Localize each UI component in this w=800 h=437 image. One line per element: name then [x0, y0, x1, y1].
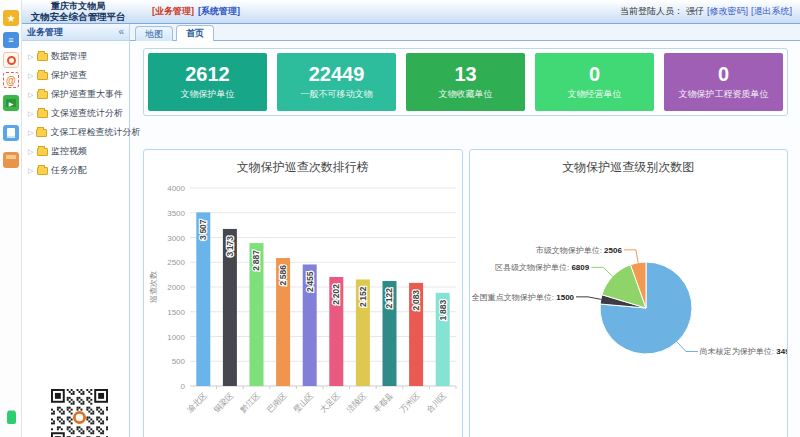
user-info: 当前登陆人员： 强仔 [修改密码] [退出系统] [620, 5, 792, 18]
stat-value: 13 [454, 63, 476, 86]
pie-chart-title: 文物保护巡查级别次数图 [470, 159, 788, 176]
expand-arrow-icon[interactable]: ▷ [28, 91, 34, 99]
sidebar-item-label: 文保巡查统计分析 [51, 107, 123, 120]
sidebar-item-patrol-statistics[interactable]: ▷文保巡查统计分析 [28, 104, 129, 123]
nav-business-management[interactable]: [业务管理] [152, 5, 194, 18]
svg-text:1 883: 1 883 [438, 300, 448, 321]
page-icon [7, 128, 15, 138]
svg-text:涪陵区: 涪陵区 [345, 391, 368, 414]
svg-text:1500: 1500 [167, 308, 185, 317]
expand-arrow-icon[interactable]: ▷ [28, 167, 34, 175]
expand-arrow-icon[interactable]: ▷ [28, 110, 34, 118]
sidebar-item-project-inspection-statistics[interactable]: ▷文保工程检查统计分析 [28, 123, 129, 142]
stat-card-protection-units[interactable]: 2612 文物保护单位 [148, 53, 267, 111]
svg-text:2 586: 2 586 [278, 265, 288, 286]
svg-text:巴南区: 巴南区 [265, 391, 288, 414]
user-name: 强仔 [686, 5, 704, 18]
stat-label: 一般不可移动文物 [301, 88, 373, 101]
weibo-icon[interactable] [3, 52, 19, 68]
svg-text:2 083: 2 083 [411, 290, 421, 311]
bar-chart-panel: 文物保护巡查次数排行榜 0500100015002000250030003500… [143, 149, 463, 437]
stat-value: 22449 [309, 63, 365, 86]
stat-value: 0 [718, 63, 729, 86]
svg-text:万州区: 万州区 [398, 391, 421, 414]
svg-text:2 122: 2 122 [385, 288, 395, 309]
svg-text:2 152: 2 152 [358, 286, 368, 307]
svg-text:2 455: 2 455 [305, 271, 315, 292]
svg-text:500: 500 [172, 357, 186, 366]
svg-text:3000: 3000 [167, 234, 185, 243]
bar-chart-title: 文物保护巡查次数排行榜 [144, 159, 462, 176]
svg-text:2000: 2000 [167, 283, 185, 292]
stat-card-immovable-relics[interactable]: 22449 一般不可移动文物 [277, 53, 396, 111]
sidebar-item-surveillance-video[interactable]: ▷监控视频 [28, 142, 129, 161]
charts-row: 文物保护巡查次数排行榜 0500100015002000250030003500… [143, 149, 788, 437]
svg-text:巡查次数: 巡查次数 [149, 271, 158, 303]
svg-text:3 173: 3 173 [225, 236, 235, 257]
stat-label: 文物经营单位 [568, 88, 622, 101]
svg-text:渝北区: 渝北区 [186, 391, 209, 414]
stat-card-business-units[interactable]: 0 文物经营单位 [535, 53, 654, 111]
play-icon: ▶ [6, 99, 16, 107]
news-icon[interactable]: ≡ [3, 32, 19, 48]
svg-text:3 507: 3 507 [199, 219, 209, 240]
svg-text:黔江区: 黔江区 [238, 391, 262, 415]
stat-label: 文物收藏单位 [439, 88, 493, 101]
collapse-sidebar-icon[interactable]: « [118, 27, 124, 37]
svg-text:市级文物保护单位: 2506: 市级文物保护单位: 2506 [535, 246, 622, 255]
svg-text:铜梁区: 铜梁区 [211, 390, 236, 415]
expand-arrow-icon[interactable]: ▷ [28, 129, 33, 137]
svg-text:1000: 1000 [167, 333, 185, 342]
tab-bar: 地图 首页 [130, 24, 800, 41]
document-icon[interactable] [3, 125, 19, 141]
folder-icon [37, 110, 48, 118]
tab-home[interactable]: 首页 [176, 25, 214, 41]
expand-arrow-icon[interactable]: ▷ [28, 53, 34, 61]
folder-icon [37, 53, 48, 61]
stat-value: 0 [589, 63, 600, 86]
sidebar-item-label: 监控视频 [51, 145, 87, 158]
box-icon[interactable] [3, 152, 19, 168]
top-nav: [业务管理] [系统管理] [152, 5, 240, 18]
expand-arrow-icon[interactable]: ▷ [28, 148, 34, 156]
pie-chart[interactable]: 尚未核定为保护单位: 34981全国重点文物保护单位: 1500区县级文物保护单… [470, 176, 789, 430]
sidebar-item-major-events[interactable]: ▷保护巡查重大事件 [28, 85, 129, 104]
stat-card-qualification-units[interactable]: 0 文物保护工程资质单位 [664, 53, 783, 111]
main-area: 地图 首页 2612 文物保护单位 22449 一般不可移动文物 13 文物收藏… [130, 24, 800, 437]
sidebar-item-protection-patrol[interactable]: ▷保护巡查 [28, 66, 129, 85]
stat-card-collection-units[interactable]: 13 文物收藏单位 [406, 53, 525, 111]
change-password-link[interactable]: [修改密码] [707, 5, 748, 18]
tab-map[interactable]: 地图 [135, 26, 173, 41]
sidebar-item-label: 任务分配 [51, 164, 87, 177]
platform-name: 文物安全综合管理平台 [22, 12, 134, 22]
pie-chart-panel: 文物保护巡查级别次数图 尚未核定为保护单位: 34981全国重点文物保护单位: … [469, 149, 789, 437]
svg-text:区县级文物保护单位: 6809: 区县级文物保护单位: 6809 [494, 263, 589, 272]
expand-arrow-icon[interactable]: ▷ [28, 72, 34, 80]
folder-icon [37, 167, 48, 175]
battery-icon[interactable] [3, 410, 19, 426]
sidebar: 业务管理 « ▷数据管理 ▷保护巡查 ▷保护巡查重大事件 ▷文保巡查统计分析 ▷… [22, 24, 130, 437]
stat-label: 文物保护工程资质单位 [679, 88, 769, 101]
stat-value: 2612 [185, 63, 230, 86]
bar-chart[interactable]: 05001000150020002500300035004000巡查次数3 50… [144, 176, 461, 430]
nav-system-management[interactable]: [系统管理] [198, 5, 240, 18]
svg-text:丰都县: 丰都县 [372, 391, 395, 414]
svg-text:大足区: 大足区 [319, 391, 342, 414]
svg-text:2500: 2500 [167, 258, 185, 267]
top-header: 重庆市文物局 文物安全综合管理平台 [业务管理] [系统管理] 当前登陆人员： … [22, 0, 800, 24]
sidebar-title: 业务管理 [27, 26, 118, 39]
at-mail-icon[interactable]: @ [3, 72, 19, 88]
logout-link[interactable]: [退出系统] [751, 5, 792, 18]
svg-text:3500: 3500 [167, 209, 185, 218]
svg-text:尚未核定为保护单位: 34981: 尚未核定为保护单位: 34981 [699, 347, 788, 356]
tv-play-icon[interactable]: ▶ [3, 95, 19, 111]
sidebar-item-data-management[interactable]: ▷数据管理 [28, 47, 129, 66]
stat-label: 文物保护单位 [181, 88, 235, 101]
stat-cards-panel: 2612 文物保护单位 22449 一般不可移动文物 13 文物收藏单位 0 文… [143, 48, 788, 116]
svg-text:2 202: 2 202 [332, 284, 342, 305]
sidebar-item-task-allocation[interactable]: ▷任务分配 [28, 161, 129, 180]
sidebar-item-label: 文保工程检查统计分析 [50, 126, 140, 139]
sidebar-item-label: 保护巡查重大事件 [51, 88, 123, 101]
dashboard-content: 2612 文物保护单位 22449 一般不可移动文物 13 文物收藏单位 0 文… [130, 41, 800, 437]
star-icon[interactable]: ★ [3, 10, 19, 26]
